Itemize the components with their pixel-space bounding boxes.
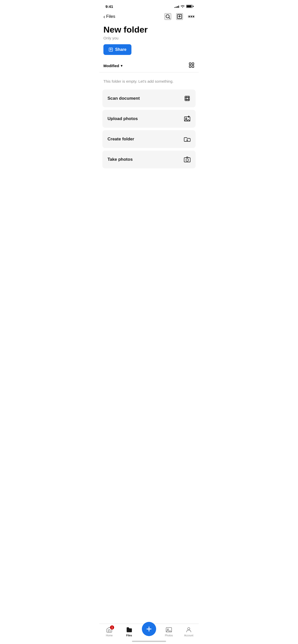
search-button[interactable] xyxy=(165,13,171,20)
scan-document-icon xyxy=(184,95,191,102)
svg-point-16 xyxy=(186,118,187,119)
status-icons xyxy=(174,5,193,8)
page-subtitle: Only you xyxy=(103,36,195,40)
upload-photos-icon xyxy=(184,115,191,122)
sort-chevron-icon: ▾ xyxy=(121,64,123,68)
svg-rect-10 xyxy=(192,63,194,65)
scan-document-label: Scan document xyxy=(107,96,140,101)
svg-point-4 xyxy=(189,16,190,17)
sort-button[interactable]: Modified ▾ xyxy=(103,64,123,68)
nav-actions xyxy=(165,13,195,20)
signal-icon xyxy=(174,5,179,8)
upload-photos-label: Upload photos xyxy=(107,116,138,121)
take-photos-label: Take photos xyxy=(107,157,133,162)
svg-point-20 xyxy=(186,159,188,161)
take-photos-icon xyxy=(184,156,191,163)
wifi-icon xyxy=(181,5,185,8)
create-folder-label: Create folder xyxy=(107,137,134,142)
upload-photos-item[interactable]: Upload photos xyxy=(102,110,196,128)
action-list: Scan document Upload photos xyxy=(99,90,199,168)
grid-view-button[interactable] xyxy=(188,62,195,69)
scan-document-item[interactable]: Scan document xyxy=(102,90,196,107)
empty-state-message: This folder is empty. Let's add somethin… xyxy=(99,72,199,90)
create-folder-item[interactable]: Create folder xyxy=(102,130,196,148)
svg-point-5 xyxy=(191,16,192,17)
sort-view-row: Modified ▾ xyxy=(99,59,199,72)
svg-point-6 xyxy=(193,16,194,17)
sort-label-text: Modified xyxy=(103,64,119,68)
create-folder-icon xyxy=(184,136,191,142)
share-icon xyxy=(109,47,113,52)
back-label: Files xyxy=(106,14,115,19)
svg-rect-9 xyxy=(189,63,191,65)
svg-rect-13 xyxy=(185,96,189,101)
back-button[interactable]: ‹ Files xyxy=(103,14,115,19)
take-photos-item[interactable]: Take photos xyxy=(102,151,196,168)
nav-header: ‹ Files xyxy=(99,11,199,23)
back-chevron-icon: ‹ xyxy=(103,14,105,19)
status-time: 9:41 xyxy=(105,4,113,9)
battery-icon xyxy=(186,5,193,8)
status-bar: 9:41 xyxy=(99,0,199,11)
svg-rect-12 xyxy=(192,66,194,67)
page-title-section: New folder Only you Share xyxy=(99,23,199,59)
page-title: New folder xyxy=(103,25,195,34)
svg-line-1 xyxy=(169,18,170,19)
share-button-label: Share xyxy=(115,47,126,52)
more-button[interactable] xyxy=(188,15,195,18)
upload-button[interactable] xyxy=(176,13,183,20)
svg-rect-11 xyxy=(189,66,191,67)
share-button[interactable]: Share xyxy=(103,44,131,55)
